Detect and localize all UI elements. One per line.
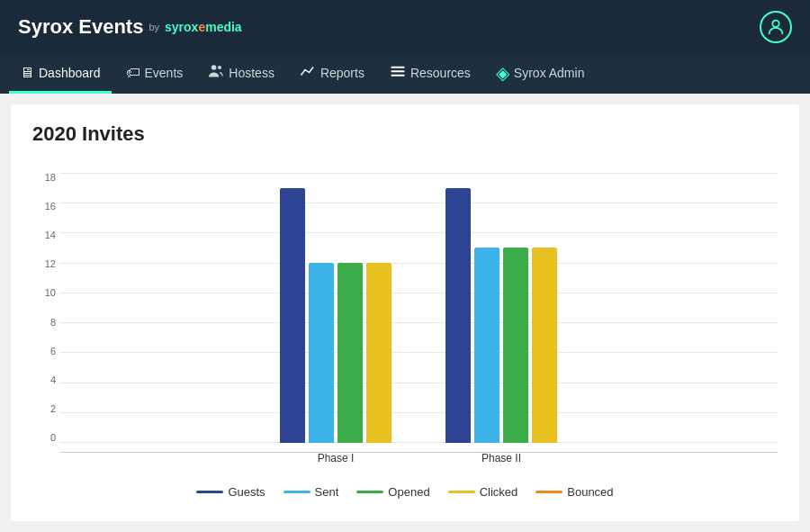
y-label-18: 18 — [32, 173, 59, 183]
svg-point-0 — [772, 21, 778, 27]
svg-rect-4 — [391, 70, 404, 72]
nav-dashboard-label: Dashboard — [39, 66, 101, 80]
chart-area: 0 2 4 6 8 10 12 14 16 18 — [32, 164, 778, 452]
nav-reports[interactable]: Reports — [289, 54, 375, 94]
y-label-4: 4 — [32, 375, 59, 385]
nav-resources[interactable]: Resources — [379, 54, 482, 94]
legend-clicked: Clicked — [448, 485, 518, 499]
legend-opened-color — [356, 491, 383, 493]
legend-clicked-color — [448, 491, 475, 493]
nav-events[interactable]: 🏷 Events — [115, 54, 194, 94]
brand-name: syroxemedia — [165, 20, 242, 34]
nav-dashboard[interactable]: 🖥 Dashboard — [9, 54, 112, 94]
legend-opened-label: Opened — [388, 485, 429, 499]
chart-container: 0 2 4 6 8 10 12 14 16 18 — [32, 164, 778, 506]
chart-plot: Phase I Phase II — [59, 173, 778, 443]
x-baseline — [59, 452, 778, 453]
legend-guests-label: Guests — [228, 485, 265, 499]
bars-area: Phase I Phase II — [59, 173, 778, 443]
bar-phase2-sent — [474, 248, 500, 443]
nav-syrox-admin[interactable]: ◈ Syrox Admin — [485, 54, 596, 94]
y-label-16: 16 — [32, 202, 59, 212]
nav-hostess[interactable]: Hostess — [197, 54, 285, 94]
legend-sent: Sent — [284, 485, 339, 499]
bar-phase1-opened — [338, 263, 363, 443]
y-label-10: 10 — [32, 288, 59, 298]
y-label-6: 6 — [32, 347, 59, 356]
legend-clicked-label: Clicked — [480, 485, 518, 499]
y-label-0: 0 — [32, 433, 59, 443]
y-axis: 0 2 4 6 8 10 12 14 16 18 — [32, 173, 59, 443]
hostess-icon — [208, 64, 224, 82]
bar-phase1-sent — [309, 263, 334, 443]
svg-point-2 — [218, 66, 221, 69]
legend-guests: Guests — [196, 485, 265, 499]
logo: Syrox Events by syroxemedia — [18, 15, 242, 39]
legend-bounced-label: Bounced — [567, 485, 613, 499]
legend-guests-color — [196, 491, 223, 493]
app-title: Syrox Events — [18, 15, 143, 39]
page-title: 2020 Invites — [32, 122, 778, 146]
header: Syrox Events by syroxemedia — [0, 0, 810, 54]
phase1-label: Phase I — [280, 452, 392, 464]
user-avatar[interactable] — [760, 11, 792, 43]
bar-phase1-clicked — [366, 263, 392, 443]
legend-opened: Opened — [356, 485, 429, 499]
legend-sent-color — [284, 491, 310, 493]
resources-icon — [390, 64, 406, 82]
y-label-8: 8 — [32, 318, 59, 328]
nav-resources-label: Resources — [410, 66, 471, 80]
navigation: 🖥 Dashboard 🏷 Events Hostess Reports — [0, 54, 810, 94]
reports-icon — [300, 64, 316, 82]
legend-sent-label: Sent — [315, 485, 339, 499]
y-label-2: 2 — [32, 404, 59, 414]
legend-bounced-color — [536, 491, 562, 493]
dashboard-icon: 🖥 — [20, 65, 34, 81]
nav-hostess-label: Hostess — [229, 66, 274, 80]
svg-rect-5 — [391, 74, 404, 76]
svg-rect-3 — [391, 66, 404, 68]
main-content: 2020 Invites 0 2 4 6 8 10 12 14 16 18 — [11, 104, 799, 521]
nav-syrox-admin-label: Syrox Admin — [514, 66, 585, 80]
chart-legend: Guests Sent Opened Clicked Bounced — [32, 485, 778, 499]
svg-point-1 — [212, 65, 217, 70]
phase2-label: Phase II — [446, 452, 557, 464]
y-label-12: 12 — [32, 259, 59, 269]
bar-group-phase1: Phase I — [280, 188, 392, 443]
nav-reports-label: Reports — [320, 66, 364, 80]
bar-phase2-opened — [503, 248, 528, 443]
nav-events-label: Events — [145, 66, 184, 80]
app-subtitle: by — [148, 22, 159, 32]
events-icon: 🏷 — [126, 65, 140, 81]
bar-phase1-guests — [280, 188, 305, 443]
syrox-admin-icon: ◈ — [496, 62, 509, 84]
bar-phase2-clicked — [532, 248, 557, 443]
bar-group-phase2: Phase II — [446, 188, 557, 443]
bar-phase2-guests — [446, 188, 471, 443]
y-label-14: 14 — [32, 230, 59, 240]
legend-bounced: Bounced — [536, 485, 613, 499]
